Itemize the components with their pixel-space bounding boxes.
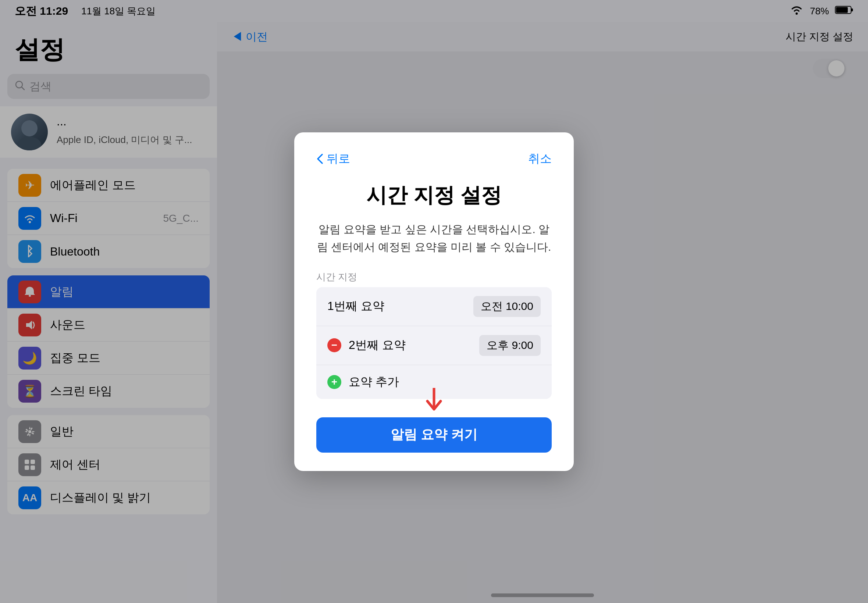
modal-back-button[interactable]: 뒤로 <box>316 151 350 167</box>
summary-item-1[interactable]: 1번째 요약 오전 10:00 <box>316 287 552 326</box>
summary-item-1-time[interactable]: 오전 10:00 <box>473 296 541 317</box>
summary-item-2[interactable]: − 2번째 요약 오후 9:00 <box>316 326 552 365</box>
enable-notifications-button[interactable]: 알림 요약 켜기 <box>316 417 552 453</box>
add-label: 요약 추가 <box>349 374 541 390</box>
enable-button-wrapper: 알림 요약 켜기 <box>316 417 552 453</box>
modal-description: 알림 요약을 받고 싶은 시간을 선택하십시오. 알림 센터에서 예정된 요약을… <box>316 221 552 256</box>
add-button[interactable]: + <box>327 375 341 389</box>
back-label: 뒤로 <box>326 151 350 167</box>
cancel-button[interactable]: 취소 <box>528 151 552 167</box>
modal-title: 시간 지정 설정 <box>316 182 552 210</box>
section-label: 시간 지정 <box>316 271 552 283</box>
arrow-down-icon <box>424 388 444 418</box>
summary-item-1-label: 1번째 요약 <box>327 298 466 314</box>
remove-button-2[interactable]: − <box>327 338 341 352</box>
summary-list: 1번째 요약 오전 10:00 − 2번째 요약 오후 9:00 + 요약 추가 <box>316 287 552 399</box>
modal-nav: 뒤로 취소 <box>316 151 552 167</box>
summary-item-2-time[interactable]: 오후 9:00 <box>479 335 541 356</box>
modal-overlay: 뒤로 취소 시간 지정 설정 알림 요약을 받고 싶은 시간을 선택하십시오. … <box>0 0 868 603</box>
summary-item-2-label: 2번째 요약 <box>349 337 472 353</box>
modal-dialog: 뒤로 취소 시간 지정 설정 알림 요약을 받고 싶은 시간을 선택하십시오. … <box>294 132 574 471</box>
